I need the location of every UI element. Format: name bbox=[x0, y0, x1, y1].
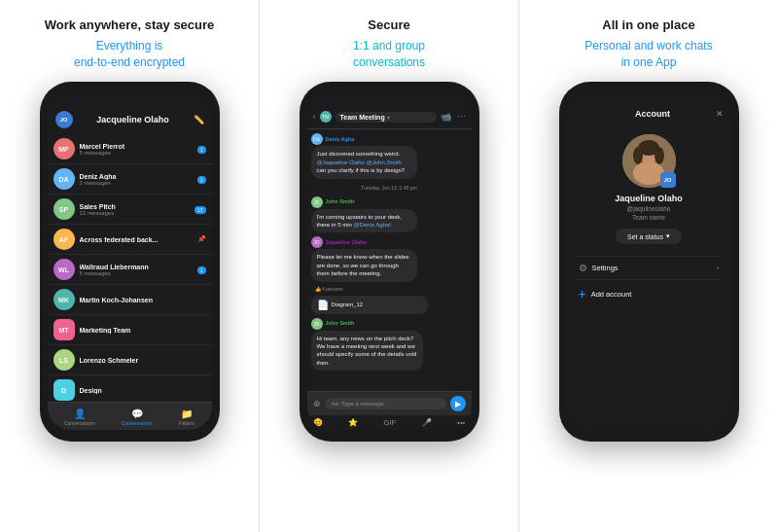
chevron-down-icon: ▾ bbox=[387, 114, 390, 121]
emoji-icon[interactable]: 😊 bbox=[313, 418, 323, 427]
panel-2: Secure 1:1 and groupconversations ‹ TM T… bbox=[260, 0, 519, 532]
chat-name: Sales Pitch bbox=[80, 203, 192, 210]
settings-icon: ⚙ bbox=[579, 263, 587, 273]
search-bar-area: TM bbox=[320, 111, 332, 123]
avatar: AF bbox=[53, 229, 75, 250]
conv-header: ‹ TM Team Meeting ▾ 📹 ⋯ bbox=[307, 93, 472, 129]
svg-point-2 bbox=[633, 161, 664, 185]
chevron-right-icon: › bbox=[717, 264, 720, 272]
chat-meta: 1 bbox=[197, 266, 206, 274]
gif-icon[interactable]: GIF bbox=[383, 418, 396, 427]
avatar: DA bbox=[53, 168, 75, 190]
list-item[interactable]: MP Marcel Pierrot 5 messages 1 bbox=[48, 134, 212, 164]
list-item[interactable]: AF Across federated back... 📌 bbox=[48, 225, 212, 255]
panel-1: Work anywhere, stay secure Everything is… bbox=[0, 0, 260, 532]
msg-sender: John Smith bbox=[326, 320, 355, 326]
chat-list-header: JO Jacqueline Olaho ✏️ bbox=[48, 93, 212, 134]
chat-msg: 5 messages bbox=[80, 270, 194, 276]
group-name: Team Meeting bbox=[340, 114, 385, 121]
list-item[interactable]: SP Sales Pitch 12 messages 17 bbox=[48, 195, 212, 225]
chat-content: Design bbox=[80, 387, 206, 394]
settings-left: ⚙ Settings bbox=[579, 263, 619, 273]
avatar: LS bbox=[53, 349, 75, 371]
settings-label: Settings bbox=[592, 264, 619, 272]
mic-icon[interactable]: 🎤 bbox=[422, 418, 432, 427]
nav-label: Conversations bbox=[122, 420, 153, 426]
status-chevron-icon: ▾ bbox=[666, 232, 670, 240]
chat-meta: 17 bbox=[194, 205, 206, 214]
message-bubble: I'm coming upstairs to your desk, there … bbox=[311, 209, 417, 233]
unread-badge: 2 bbox=[197, 176, 206, 184]
nav-conversations-active[interactable]: 💬 Conversations bbox=[122, 408, 153, 426]
phone-1-screen: JO Jacqueline Olaho ✏️ MP Marcel Pierrot… bbox=[48, 93, 212, 430]
chat-content: Marcel Pierrot 5 messages bbox=[80, 143, 194, 156]
msg-sender: John Smith bbox=[326, 198, 355, 204]
panel-3: All in one place Personal and work chats… bbox=[519, 0, 778, 532]
conv-action-icons: 📹 ⋯ bbox=[441, 112, 466, 122]
folders-icon: 📁 bbox=[181, 408, 193, 419]
account-badge: JO bbox=[660, 172, 676, 188]
reactions-count: 👍 4 persons bbox=[311, 286, 468, 292]
list-item[interactable]: DA Deniz Agha 2 messages 2 bbox=[48, 164, 212, 195]
pin-icon: 📌 bbox=[197, 235, 206, 243]
phone-2-screen: ‹ TM Team Meeting ▾ 📹 ⋯ bbox=[307, 93, 472, 430]
list-item[interactable]: LS Lorenzo Schmeler bbox=[48, 345, 212, 375]
conv-messages: DA Deniz Agha Just dicovered something w… bbox=[307, 129, 472, 391]
file-icon: 📄 bbox=[317, 300, 329, 310]
video-icon[interactable]: 📹 bbox=[441, 112, 451, 122]
account-team: Team name bbox=[632, 214, 665, 221]
sticker-icon[interactable]: ⭐ bbox=[348, 418, 358, 427]
msg-avatar: DA bbox=[311, 133, 323, 145]
message-bubble: Please let me know when the slides are d… bbox=[311, 249, 417, 281]
list-item[interactable]: WL Waltraud Liebermann 5 messages 1 bbox=[48, 255, 212, 285]
edit-icon[interactable]: ✏️ bbox=[194, 115, 204, 124]
panel-3-title: All in one place bbox=[602, 18, 694, 34]
add-account-menu-item[interactable]: + Add account bbox=[575, 280, 724, 307]
send-button[interactable]: ▶ bbox=[450, 396, 466, 411]
add-account-label: Add account bbox=[591, 290, 632, 299]
message-group: DA Deniz Agha Just dicovered something w… bbox=[311, 133, 444, 178]
message-group: JS John Smith Hi team, any news on the p… bbox=[311, 318, 452, 372]
unread-badge: 1 bbox=[197, 266, 206, 274]
chat-meta: 1 bbox=[197, 145, 206, 154]
msg-avatar: JO bbox=[311, 236, 323, 248]
nav-folders[interactable]: 📁 Folders bbox=[178, 408, 194, 426]
list-item[interactable]: MK Martin Koch-Johansen bbox=[48, 285, 212, 315]
avatar: D bbox=[53, 379, 75, 401]
attachment-icon[interactable]: ⊕ bbox=[313, 399, 321, 408]
phone-1-notch bbox=[100, 82, 159, 95]
panel-2-title: Secure bbox=[368, 18, 409, 34]
account-username: @jaqulineolaho bbox=[627, 205, 671, 212]
chat-content: Marketing Team bbox=[80, 327, 206, 334]
list-item[interactable]: MT Marketing Team bbox=[48, 315, 212, 345]
header-title: Jacqueline Olaho bbox=[96, 115, 169, 124]
chat-name: Design bbox=[80, 387, 206, 394]
set-status-button[interactable]: Set a status ▾ bbox=[616, 229, 682, 244]
panel-1-subtitle: Everything isend-to-end encrypted bbox=[74, 38, 185, 71]
message-input-area: ⊕ Aa Type a message ▶ bbox=[307, 391, 472, 415]
message-bubble: Just dicovered something weird. @Jaqueli… bbox=[311, 146, 417, 178]
group-name-search[interactable]: Team Meeting ▾ bbox=[336, 112, 437, 123]
close-icon[interactable]: ✕ bbox=[716, 109, 724, 119]
message-input[interactable]: Aa Type a message bbox=[325, 398, 446, 409]
chat-name: Deniz Agha bbox=[80, 173, 194, 180]
panel-3-subtitle: Personal and work chatsin one App bbox=[584, 38, 712, 71]
date-separator: Tuesday, Jun 13, 1:48 pm bbox=[311, 185, 468, 191]
chat-content: Martin Koch-Johansen bbox=[80, 297, 206, 303]
main-container: Work anywhere, stay secure Everything is… bbox=[0, 0, 778, 532]
avatar: MK bbox=[53, 289, 75, 310]
nav-conversations-inactive[interactable]: 👤 Conversations bbox=[64, 408, 95, 426]
svg-point-6 bbox=[654, 147, 664, 164]
nav-label: Conversations bbox=[64, 420, 95, 426]
chat-meta: 2 bbox=[197, 175, 206, 184]
avatar: MT bbox=[53, 319, 75, 340]
more-icon[interactable]: ⋯ bbox=[457, 112, 466, 122]
chat-name: Marcel Pierrot bbox=[80, 143, 194, 150]
settings-menu-item[interactable]: ⚙ Settings › bbox=[575, 257, 724, 280]
more-options-icon[interactable]: ••• bbox=[457, 418, 465, 427]
message-group: JS John Smith I'm coming upstairs to you… bbox=[311, 196, 444, 233]
panel-2-subtitle: 1:1 and groupconversations bbox=[353, 38, 425, 71]
conv-bottom-icons: 😊 ⭐ GIF 🎤 ••• bbox=[307, 415, 472, 430]
back-icon[interactable]: ‹ bbox=[313, 112, 316, 122]
list-item[interactable]: D Design bbox=[48, 375, 212, 402]
